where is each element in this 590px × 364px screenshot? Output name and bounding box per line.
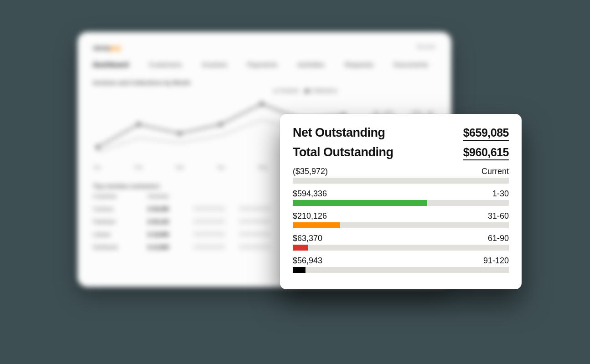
aging-bucket-label: Current [481, 167, 509, 176]
app-logo: versapay [93, 44, 436, 51]
total-outstanding-row: Total Outstanding $960,615 [293, 145, 509, 160]
aging-amount: ($35,972) [293, 167, 328, 176]
aging-bar-fill [293, 200, 427, 206]
logo-accent: pay [110, 44, 121, 51]
nav-dashboard[interactable]: Dashboard [93, 61, 129, 68]
svg-point-4 [259, 102, 264, 106]
net-outstanding-label: Net Outstanding [293, 126, 385, 140]
total-outstanding-value[interactable]: $960,615 [463, 146, 509, 160]
aging-bucket-item[interactable]: $210,12631-60 [293, 211, 509, 228]
svg-point-1 [136, 122, 141, 127]
chart-title: Invoices and Collections by Month [93, 79, 436, 86]
aging-bar-fill [293, 222, 340, 228]
aging-amount: $63,370 [293, 234, 322, 243]
nav-documents[interactable]: Documents [393, 61, 428, 68]
net-outstanding-value[interactable]: $659,085 [463, 126, 509, 141]
nav-customers[interactable]: Customers [149, 61, 182, 68]
aging-bar-fill [293, 267, 305, 273]
aging-amount: $210,126 [293, 211, 327, 221]
account-menu[interactable]: Account [417, 44, 435, 49]
aging-bucket-item[interactable]: $63,37061-90 [293, 234, 509, 251]
aging-bucket-label: 61-90 [488, 234, 509, 243]
aging-bucket-item[interactable]: $594,3361-30 [293, 189, 509, 206]
main-nav: Dashboard Customers Invoices Payments Ac… [93, 61, 436, 68]
aging-bar-track [293, 222, 509, 228]
total-outstanding-label: Total Outstanding [293, 145, 393, 159]
aging-bucket-item[interactable]: $56,94391-120 [293, 256, 509, 273]
svg-point-2 [177, 131, 182, 136]
aging-amount: $56,943 [293, 256, 322, 266]
aging-bar-track [293, 178, 509, 184]
aging-bucket-label: 1-30 [492, 189, 509, 199]
aging-bar-fill [293, 245, 308, 251]
outstanding-summary-card: Net Outstanding $659,085 Total Outstandi… [280, 114, 522, 289]
aging-bar-track [293, 267, 509, 273]
nav-payments[interactable]: Payments [247, 61, 278, 68]
aging-bar-track [293, 200, 509, 206]
aging-bucket-label: 91-120 [483, 256, 509, 266]
svg-point-3 [218, 122, 223, 127]
nav-requests[interactable]: Requests [345, 61, 373, 68]
aging-bucket-label: 31-60 [488, 211, 509, 221]
aging-bar-track [293, 245, 509, 251]
logo-text: versa [93, 44, 110, 51]
nav-activities[interactable]: Activities [298, 61, 325, 68]
legend-dot-b [305, 89, 309, 93]
nav-invoices[interactable]: Invoices [202, 61, 227, 68]
aging-bucket-item[interactable]: ($35,972)Current [293, 167, 509, 184]
legend-dot-a [274, 89, 277, 93]
aging-amount: $594,336 [293, 189, 327, 199]
chart-legend: Invoices Collections [274, 87, 337, 94]
net-outstanding-row: Net Outstanding $659,085 [293, 126, 509, 141]
aging-bucket-list: ($35,972)Current$594,3361-30$210,12631-6… [293, 167, 509, 273]
svg-point-0 [95, 145, 100, 149]
